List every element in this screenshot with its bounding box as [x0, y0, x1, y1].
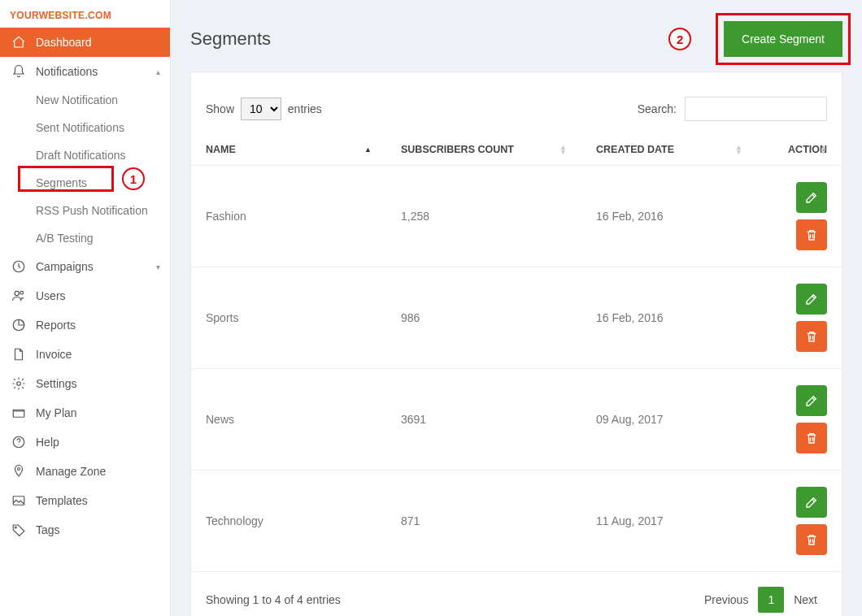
create-segment-button[interactable]: Create Segment: [724, 21, 842, 57]
show-suffix: entries: [288, 102, 322, 115]
entries-select[interactable]: 10: [241, 98, 281, 120]
cell-created: 16 Feb, 2016: [581, 267, 757, 369]
sidebar-item-templates[interactable]: Templates: [0, 486, 170, 515]
cell-subscribers: 3691: [386, 369, 581, 471]
table-row: Sports98616 Feb, 2016: [191, 267, 842, 369]
table-controls: Show 10 entries Search:: [191, 72, 842, 134]
sort-icon: ▲▼: [820, 145, 827, 154]
sidebar-sub-new-notification[interactable]: New Notification: [0, 86, 170, 114]
svg-point-7: [19, 445, 20, 445]
cell-action: [757, 166, 842, 267]
sidebar-item-help[interactable]: Help: [0, 427, 170, 457]
cell-action: [757, 471, 842, 572]
edit-button[interactable]: [796, 487, 827, 518]
sidebar: YOURWEBSITE.COM Dashboard Notifications …: [0, 0, 171, 616]
sidebar-item-reports[interactable]: Reports: [0, 310, 170, 340]
pin-icon: [10, 464, 28, 479]
sidebar-item-tags[interactable]: Tags: [0, 515, 170, 544]
svg-point-8: [18, 468, 20, 471]
brand-label: YOURWEBSITE.COM: [0, 0, 170, 28]
sidebar-item-dashboard[interactable]: Dashboard: [0, 28, 170, 57]
search-input[interactable]: [685, 97, 827, 121]
annotation-circle-2: 2: [668, 28, 691, 50]
entries-selector: Show 10 entries: [206, 98, 322, 120]
delete-button[interactable]: [796, 321, 827, 352]
sidebar-item-invoice[interactable]: Invoice: [0, 340, 170, 369]
segments-table: NAME ▲ SUBSCRIBERS COUNT ▲▼ CREATED DATE…: [191, 134, 842, 572]
sidebar-item-settings[interactable]: Settings: [0, 369, 170, 398]
cell-subscribers: 986: [386, 267, 581, 369]
sidebar-item-label: Notifications: [36, 65, 98, 78]
sidebar-item-label: Templates: [36, 494, 88, 507]
edit-button[interactable]: [796, 182, 827, 213]
sort-icon: ▲▼: [735, 145, 742, 154]
sort-icon: ▲▼: [559, 145, 567, 154]
pager-next[interactable]: Next: [784, 587, 827, 613]
tag-icon: [10, 523, 28, 537]
pager-page-1[interactable]: 1: [758, 587, 784, 613]
sidebar-item-label: Campaigns: [36, 260, 94, 273]
edit-button[interactable]: [796, 284, 827, 315]
cell-name: Technology: [191, 471, 386, 572]
cell-name: Fashion: [191, 166, 386, 267]
svg-point-4: [17, 382, 21, 386]
sidebar-item-campaigns[interactable]: Campaigns ▾: [0, 252, 170, 281]
page-header: Segments 2 Create Segment: [171, 0, 862, 72]
delete-button[interactable]: [796, 219, 827, 250]
sidebar-sub-rss-push[interactable]: RSS Push Notification: [0, 197, 170, 224]
sidebar-sub-ab-testing[interactable]: A/B Testing: [0, 224, 170, 252]
bell-icon: [10, 64, 28, 79]
cell-created: 11 Aug, 2017: [581, 471, 757, 572]
sidebar-item-label: Dashboard: [36, 36, 92, 49]
search-label: Search:: [638, 102, 677, 115]
cell-name: Sports: [191, 267, 386, 369]
cell-created: 09 Aug, 2017: [581, 369, 757, 471]
chevron-down-icon: ▾: [156, 262, 160, 271]
delete-button[interactable]: [796, 423, 827, 453]
delete-button[interactable]: [796, 524, 827, 555]
sidebar-item-manage-zone[interactable]: Manage Zone: [0, 457, 170, 486]
entries-info: Showing 1 to 4 of 4 entries: [206, 593, 341, 606]
col-created[interactable]: CREATED DATE ▲▼: [581, 134, 757, 166]
report-icon: [10, 318, 28, 332]
sidebar-sub-sent-notifications[interactable]: Sent Notifications: [0, 114, 170, 141]
help-icon: [10, 435, 28, 449]
cell-subscribers: 1,258: [386, 166, 581, 267]
sort-icon: ▲: [364, 147, 372, 152]
cell-action: [757, 369, 842, 471]
sidebar-sub-segments[interactable]: Segments: [0, 169, 170, 197]
table-row: Technology87111 Aug, 2017: [191, 471, 842, 572]
cell-action: [757, 267, 842, 369]
cell-subscribers: 871: [386, 471, 581, 572]
col-action: ACTION ▲▼: [757, 134, 842, 166]
file-icon: [10, 347, 28, 362]
col-name[interactable]: NAME ▲: [191, 134, 386, 166]
clock-icon: [10, 259, 28, 274]
sidebar-item-label: Reports: [36, 319, 76, 332]
chevron-up-icon: ▴: [156, 67, 160, 76]
users-icon: [10, 288, 28, 303]
segments-panel: Show 10 entries Search: NAME ▲: [190, 72, 842, 616]
sidebar-item-label: Invoice: [36, 348, 72, 361]
svg-point-2: [20, 291, 24, 294]
table-footer: Showing 1 to 4 of 4 entries Previous 1 N…: [191, 572, 842, 616]
sidebar-item-label: Settings: [36, 377, 77, 390]
cell-created: 16 Feb, 2016: [581, 166, 757, 267]
table-row: Fashion1,25816 Feb, 2016: [191, 166, 842, 267]
table-row: News369109 Aug, 2017: [191, 369, 842, 471]
cell-name: News: [191, 369, 386, 471]
sidebar-item-users[interactable]: Users: [0, 281, 170, 310]
sidebar-item-label: My Plan: [36, 406, 77, 419]
image-icon: [10, 493, 28, 508]
col-subscribers[interactable]: SUBSCRIBERS COUNT ▲▼: [386, 134, 581, 166]
home-icon: [10, 35, 28, 50]
pager-previous[interactable]: Previous: [694, 587, 758, 613]
main-content: Segments 2 Create Segment Show 10 entrie…: [171, 0, 862, 616]
sidebar-item-label: Manage Zone: [36, 465, 106, 478]
sidebar-item-my-plan[interactable]: My Plan: [0, 398, 170, 427]
sidebar-item-notifications[interactable]: Notifications ▴: [0, 57, 170, 86]
svg-rect-9: [13, 497, 24, 505]
show-prefix: Show: [206, 102, 234, 115]
edit-button[interactable]: [796, 385, 827, 416]
sidebar-sub-draft-notifications[interactable]: Draft Notifications: [0, 141, 170, 169]
